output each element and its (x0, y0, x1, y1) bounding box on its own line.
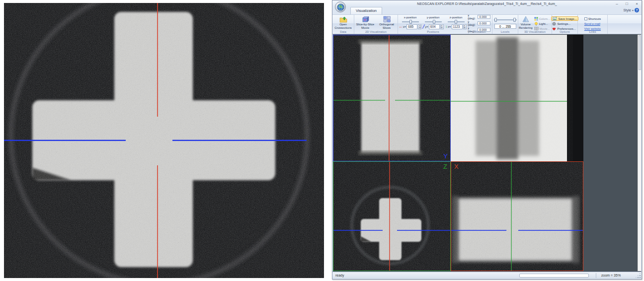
ribbon-toolbar: Open Crossections Data (332, 14, 642, 34)
viewport-x[interactable]: X (451, 161, 583, 271)
x-position-label: x-position (404, 16, 417, 19)
z-position-stepper[interactable] (463, 24, 467, 29)
volume-rendering-icon (522, 16, 529, 23)
rotation-x-input[interactable]: 0.000 (478, 15, 490, 19)
ribbon-group-rotation: x (deg): 0.000 y (deg): 0.000 z (deg): 0… (469, 15, 492, 34)
ribbon-spacer (608, 15, 642, 34)
settings-gear-icon (552, 22, 556, 26)
close-button[interactable]: × (634, 1, 640, 6)
statusbar-divider (596, 273, 596, 278)
orthogonal-slices-icon (383, 16, 391, 23)
z-position-input[interactable]: 1123 (452, 24, 463, 29)
z-position-label: z-position (450, 16, 463, 19)
shortcuts-checkbox-item[interactable]: Shortcuts (583, 16, 602, 21)
minimize-button[interactable]: – (614, 1, 620, 6)
crosshair-vertical-red[interactable] (389, 162, 390, 271)
ribbon-group-levels: 0 ... 255 Levels (492, 15, 518, 34)
crosshair-vertical-green[interactable] (511, 162, 511, 271)
viewport-x-label: X (454, 163, 459, 170)
noise-overlay (451, 35, 567, 161)
x-position-slider[interactable] (402, 20, 419, 24)
viewport-z-label: Z (443, 163, 447, 170)
slice-by-slice-movie-button[interactable]: Slice-by-Slice Movie (355, 16, 376, 30)
x-position-input[interactable]: 685 (406, 24, 417, 29)
levels-range-value[interactable]: 0 ... 255 (494, 24, 516, 29)
open-folder-icon (339, 16, 347, 23)
send-email-link[interactable]: Send e-mail (583, 21, 602, 26)
ribbon-group-data: Open Crossections Data (332, 15, 354, 34)
maximize-button[interactable]: □ (624, 1, 630, 6)
light-icon (534, 22, 538, 26)
x-position-stepper[interactable] (418, 24, 421, 29)
save-image-button[interactable]: Save Image... (551, 16, 578, 21)
y-axis-icon: ╱ (422, 25, 424, 29)
ribbon-group-2d-visualization: Slice-by-Slice Movie Orthogonal Slices (354, 15, 398, 34)
crosshair-vertical-red[interactable] (389, 35, 389, 161)
app-menu-button[interactable] (335, 1, 346, 12)
light-menu-item[interactable]: Light... (533, 21, 551, 26)
y-position-slider[interactable] (425, 20, 442, 24)
ribbon-group-positions: x-position ↔ x= 685 y-position (398, 15, 469, 34)
ribbon-group-options: Save Image... Settings... (552, 15, 578, 34)
status-ready-text: ready (335, 274, 344, 277)
neoscan-explorer-window: NEOSCAN EXPLORER D:\Results\paralab\Zara… (332, 0, 642, 280)
globe-icon (337, 3, 344, 11)
colors-icon (534, 17, 538, 21)
shortcuts-checkbox[interactable] (584, 17, 587, 20)
progress-bar (519, 274, 589, 278)
volume-rendering-button[interactable]: Volume Rendering (519, 16, 533, 30)
rotation-x-label: x (deg): (468, 14, 477, 20)
ct-slice-image (4, 3, 324, 278)
ribbon-group-links: Shortcuts Send e-mail Visit website Link… (578, 15, 608, 34)
status-bar: ready zoom = 35% (332, 272, 642, 279)
noise-overlay (333, 162, 450, 271)
viewport-area: Y (333, 34, 641, 272)
resize-grip[interactable] (635, 273, 641, 279)
rotation-y-input[interactable]: 0.000 (478, 21, 490, 26)
tab-visualization[interactable]: Visualization (350, 7, 382, 14)
orthogonal-slices-button[interactable]: Orthogonal Slices (376, 16, 397, 30)
screenshot-stage: NEOSCAN EXPLORER D:\Results\paralab\Zara… (0, 0, 644, 281)
colors-menu-item[interactable]: Colors... (533, 16, 551, 21)
noise-overlay (451, 162, 583, 271)
vertical-scrollbar[interactable] (638, 35, 641, 271)
y-position-label: y-position (427, 16, 440, 19)
z-axis-icon: ↕ (445, 25, 447, 29)
viewport-y[interactable]: Y (333, 35, 451, 161)
y-position-stepper[interactable] (440, 24, 444, 29)
viewport-projection[interactable] (451, 35, 583, 161)
slice-movie-icon (362, 16, 369, 23)
chevron-down-icon: ▾ (632, 8, 634, 12)
titlebar: NEOSCAN EXPLORER D:\Results\paralab\Zara… (332, 0, 642, 7)
zoom-level-text: zoom = 35% (601, 274, 621, 277)
x-axis-icon: ↔ (399, 25, 402, 29)
levels-range-slider[interactable] (494, 18, 517, 22)
window-title: NEOSCAN EXPLORER D:\Results\paralab\Zara… (417, 2, 557, 5)
noise-overlay (333, 35, 450, 161)
viewport-z[interactable]: Z (333, 161, 451, 271)
open-crossections-button[interactable]: Open Crossections (333, 16, 353, 30)
save-image-icon (553, 17, 557, 21)
y-position-input[interactable]: 604 (429, 24, 440, 29)
z-position-slider[interactable] (448, 20, 465, 24)
crosshair-horizontal-green[interactable] (451, 101, 567, 101)
help-icon[interactable]: ? (635, 8, 639, 12)
scrollbar-thumb[interactable] (639, 35, 641, 70)
ribbon-group-3d-visualization: Volume Rendering Colors... (518, 15, 552, 34)
settings-button[interactable]: Settings... (551, 21, 578, 26)
viewport-y-label: Y (443, 153, 448, 159)
style-dropdown[interactable]: Style (623, 8, 631, 12)
rotation-y-label: y (deg): (468, 20, 477, 26)
